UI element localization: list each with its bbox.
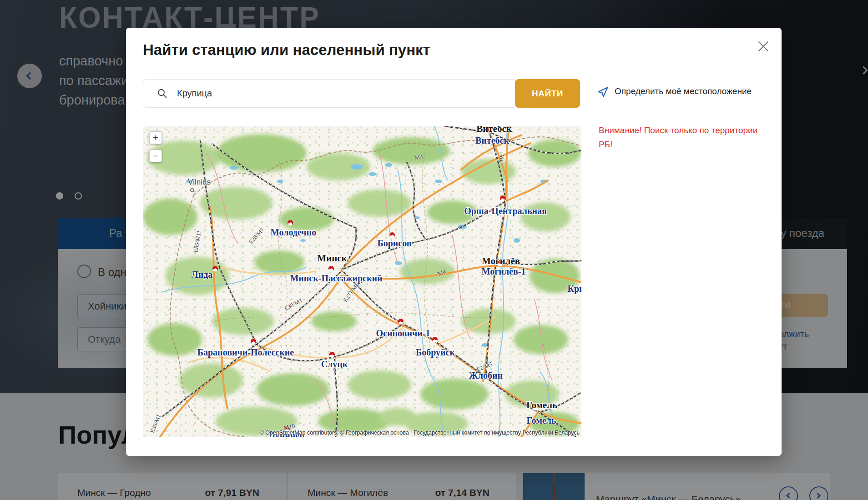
map-zoom-in-button[interactable]: + — [149, 131, 162, 144]
map-city-label: Витебск — [476, 126, 512, 135]
find-button[interactable]: НАЙТИ — [515, 79, 580, 108]
map-station-label: Витебск — [475, 135, 509, 146]
map-city-label: Минск — [317, 253, 347, 264]
detect-location-link[interactable]: Определить моё местоположение — [597, 86, 752, 98]
navigation-arrow-icon — [597, 86, 609, 98]
road-label: М8 — [497, 154, 506, 164]
warning-line: РБ! — [599, 137, 757, 151]
map-station-label: Жлобин — [469, 370, 503, 381]
road-label: E85/M11 — [192, 230, 203, 253]
belarus-map[interactable]: M3М8E28/M7E85/M11E30/M1E271/М5M4M4Е2/М5М… — [143, 126, 581, 437]
map-labels: M3М8E28/M7E85/M11E30/M1E271/М5M4M4Е2/М5М… — [143, 126, 581, 437]
map-station-label: Лида — [192, 270, 213, 280]
road-label: E28/M7 — [247, 226, 266, 245]
station-search-bar: НАЙТИ — [143, 79, 580, 108]
town-dot — [190, 188, 194, 192]
road-label: M4 — [436, 268, 447, 278]
detect-location-label: Определить моё местоположение — [615, 86, 752, 98]
map-station-label: Борисов — [377, 238, 411, 249]
station-marker — [389, 232, 395, 238]
station-marker — [432, 337, 438, 342]
close-button[interactable] — [756, 39, 771, 55]
map-city-label: Могилёв — [482, 255, 520, 267]
station-search-input[interactable] — [176, 80, 508, 107]
modal-title: Найти станцию или населенный пункт — [143, 41, 430, 59]
map-city-label: Гомель — [526, 400, 557, 411]
map-station-label: Могилёв-1 — [482, 266, 526, 277]
map-station-label: Гомель — [527, 415, 556, 426]
search-field-wrapper — [143, 79, 515, 108]
map-station-label: Бобруйск — [416, 347, 455, 358]
search-icon — [157, 88, 168, 99]
warning-line: Внимание! Поиск только по территории — [599, 123, 757, 137]
map-attribution: © OpenStreetMap contributors, © Географи… — [260, 430, 580, 436]
station-marker — [500, 195, 505, 201]
territory-warning: Внимание! Поиск только по территории РБ! — [599, 123, 757, 151]
map-station-label: Минск-Пассажирский — [290, 273, 382, 284]
station-marker — [251, 339, 256, 344]
station-marker — [328, 266, 334, 271]
find-station-modal: Найти станцию или населенный пункт НАЙТИ… — [126, 28, 782, 456]
map-station-label: Молодечно — [271, 227, 316, 238]
close-icon — [757, 40, 770, 53]
road-label: E30/M1 — [149, 413, 163, 434]
map-station-label: Барановичи-Полесские — [197, 347, 294, 358]
map-station-label: Осиповичи-1 — [376, 328, 430, 339]
road-label: M3 — [414, 153, 424, 162]
map-station-label: Слуцк — [321, 359, 348, 370]
foreign-city-label: Vilnius — [188, 178, 211, 187]
page: КОНТАКТ-ЦЕНТР справочно по пассажи брони… — [0, 0, 868, 500]
road-label: E30/M1 — [283, 297, 303, 312]
station-marker — [329, 352, 335, 357]
map-station-label: Кри — [567, 284, 581, 294]
map-station-label: Орша-Центральная — [464, 206, 547, 216]
station-marker — [212, 266, 218, 271]
station-marker — [398, 319, 404, 324]
station-marker — [288, 220, 293, 225]
map-zoom-out-button[interactable]: − — [149, 150, 162, 162]
